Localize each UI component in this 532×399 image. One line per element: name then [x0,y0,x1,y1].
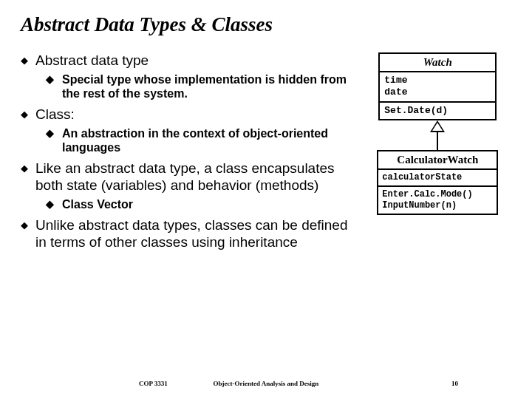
disc-icon: ◆ [46,197,62,211]
uml-class-parent: Watch time date Set.Date(d) [378,52,497,120]
bullet-item: ◆ Abstract data type [21,52,360,69]
diamond-icon: ◆ [21,52,35,69]
sub-bullet-item: ◆ An abstraction in the context of objec… [46,126,360,154]
disc-icon: ◆ [46,126,62,140]
slide-body: ◆ Abstract data type ◆ Special type whos… [21,52,511,254]
sub-bullet-item: ◆ Class Vector [46,197,360,211]
disc-icon: ◆ [46,72,62,86]
bullet-item: ◆ Unlike abstract data types, classes ca… [21,217,360,251]
inheritance-arrow-icon [437,120,438,150]
uml-class-operations: Set.Date(d) [380,103,495,119]
uml-class-child: CalculatorWatch calculatorState Enter.Ca… [377,150,498,215]
bullet-text: Class: [35,106,75,123]
uml-class-attributes: calculatorState [378,170,497,187]
triangle-icon [430,120,445,132]
bullet-item: ◆ Class: [21,106,360,123]
slide-title: Abstract Data Types & Classes [21,13,511,36]
diamond-icon: ◆ [21,160,35,177]
sub-bullet-text: Special type whose implementation is hid… [62,72,360,100]
uml-class-operations: Enter.Calc.Mode() InputNumber(n) [378,187,497,214]
uml-class-attributes: time date [380,72,495,103]
bullet-text: Like an abstract data type, a class enca… [35,160,360,194]
diamond-icon: ◆ [21,106,35,123]
sub-bullet-item: ◆ Special type whose implementation is h… [46,72,360,100]
footer-right: 10 [451,380,458,387]
bullet-text: Abstract data type [35,52,149,69]
sub-bullet-text: An abstraction in the context of object-… [62,126,360,154]
bullet-text: Unlike abstract data types, classes can … [35,217,360,251]
uml-class-name: Watch [380,54,495,72]
uml-class-name: CalculatorWatch [378,151,497,170]
sub-bullet-text: Class Vector [62,197,133,211]
slide: Abstract Data Types & Classes ◆ Abstract… [0,0,532,399]
text-column: ◆ Abstract data type ◆ Special type whos… [21,52,360,254]
line-icon [437,132,438,150]
uml-diagram: Watch time date Set.Date(d) CalculatorWa… [364,52,511,215]
bullet-item: ◆ Like an abstract data type, a class en… [21,160,360,194]
diamond-icon: ◆ [21,217,35,233]
